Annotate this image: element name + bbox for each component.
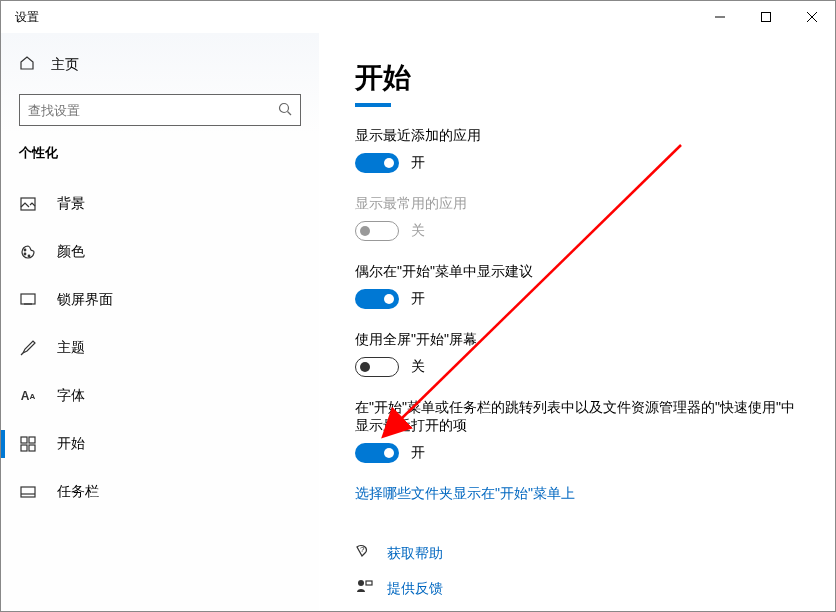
toggle-state-label: 关 [411,358,425,376]
help-icon: ? [355,543,373,564]
feedback-label: 提供反馈 [387,580,443,598]
svg-rect-10 [29,445,35,451]
svg-rect-6 [21,294,35,304]
minimize-button[interactable] [697,1,743,33]
sidebar-item-taskbar[interactable]: 任务栏 [1,468,319,516]
setting-title-recent-apps: 显示最近添加的应用 [355,127,799,145]
svg-rect-11 [21,487,35,497]
toggle-state-label: 开 [411,444,425,462]
get-help-label: 获取帮助 [387,545,443,563]
monitor-icon [19,292,37,308]
setting-title-most-used: 显示最常用的应用 [355,195,799,213]
font-icon: AA [19,389,37,403]
toggle-most-used [355,221,399,241]
sidebar-item-label: 开始 [57,435,85,453]
setting-title-fullscreen: 使用全屏"开始"屏幕 [355,331,799,349]
toggle-fullscreen[interactable] [355,357,399,377]
sidebar-item-fonts[interactable]: AA 字体 [1,372,319,420]
svg-rect-9 [21,445,27,451]
taskbar-icon [19,484,37,500]
toggle-state-label: 开 [411,154,425,172]
toggle-recent-apps[interactable] [355,153,399,173]
sidebar-item-themes[interactable]: 主题 [1,324,319,372]
search-icon [278,102,292,119]
sidebar-item-colors[interactable]: 颜色 [1,228,319,276]
feedback-link[interactable]: 提供反馈 [355,578,799,599]
svg-point-1 [280,103,289,112]
sidebar-item-label: 字体 [57,387,85,405]
sidebar-item-background[interactable]: 背景 [1,180,319,228]
sidebar-item-label: 主题 [57,339,85,357]
svg-rect-8 [29,437,35,443]
sidebar-item-label: 颜色 [57,243,85,261]
setting-title-jump-lists: 在"开始"菜单或任务栏的跳转列表中以及文件资源管理器的"快速使用"中显示最近打开… [355,399,799,435]
svg-point-3 [24,249,26,251]
page-title: 开始 [355,59,799,97]
feedback-icon [355,578,373,599]
svg-rect-0 [762,13,771,22]
choose-folders-link[interactable]: 选择哪些文件夹显示在"开始"菜单上 [355,485,799,503]
home-label: 主页 [51,56,79,74]
toggle-jump-lists[interactable] [355,443,399,463]
sidebar-item-start[interactable]: 开始 [1,420,319,468]
svg-rect-14 [366,581,372,585]
start-icon [19,436,37,452]
get-help-link[interactable]: ? 获取帮助 [355,543,799,564]
palette-icon [19,244,37,260]
title-underline [355,103,391,107]
toggle-suggestions[interactable] [355,289,399,309]
close-button[interactable] [789,1,835,33]
window-title: 设置 [1,9,39,26]
sidebar-item-label: 任务栏 [57,483,99,501]
sidebar-heading: 个性化 [1,144,319,170]
search-field[interactable] [28,103,278,118]
svg-rect-7 [21,437,27,443]
svg-point-13 [358,580,364,586]
svg-text:?: ? [360,545,365,554]
sidebar-item-label: 锁屏界面 [57,291,113,309]
sidebar-item-lockscreen[interactable]: 锁屏界面 [1,276,319,324]
toggle-state-label: 关 [411,222,425,240]
home-icon [19,55,35,74]
home-nav[interactable]: 主页 [1,45,319,84]
toggle-state-label: 开 [411,290,425,308]
svg-point-4 [24,253,26,255]
brush-icon [19,340,37,356]
picture-icon [19,196,37,212]
search-input[interactable] [19,94,301,126]
sidebar-item-label: 背景 [57,195,85,213]
setting-title-suggestions: 偶尔在"开始"菜单中显示建议 [355,263,799,281]
maximize-button[interactable] [743,1,789,33]
svg-point-5 [28,255,30,257]
